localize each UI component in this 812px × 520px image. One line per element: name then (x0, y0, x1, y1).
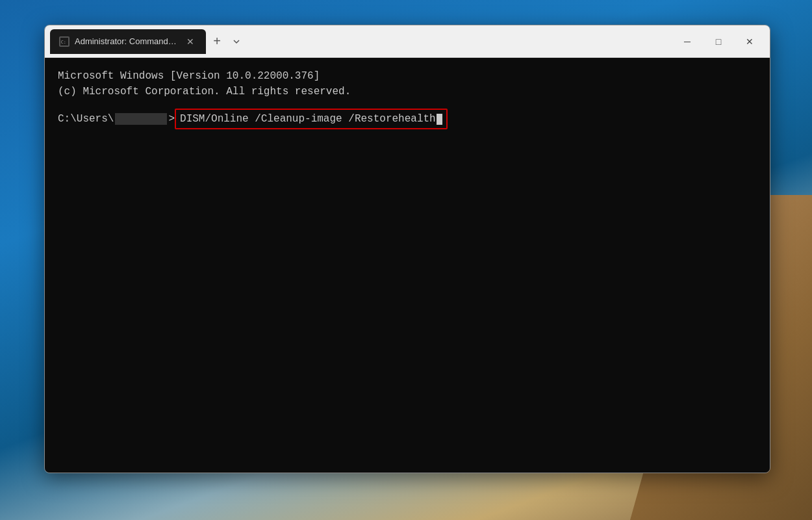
prompt-suffix: > (168, 111, 175, 127)
cursor-block (437, 114, 442, 125)
maximize-button[interactable]: □ (704, 31, 733, 53)
tab-dropdown-button[interactable] (228, 33, 245, 50)
command-text: DISM/Online /Cleanup-image /Restorehealt… (180, 111, 436, 127)
tab-close-button[interactable]: ✕ (184, 36, 197, 47)
terminal-icon: C: (59, 36, 70, 47)
prompt-prefix: C:\Users\ (58, 111, 114, 127)
close-button[interactable]: ✕ (735, 31, 765, 53)
command-prompt-window: C: Administrator: Command Promp ✕ + ─ □ (44, 25, 770, 473)
tab-label: Administrator: Command Promp (75, 36, 179, 46)
new-tab-button[interactable]: + (207, 32, 227, 51)
terminal-line-1: Microsoft Windows [Version 10.0.22000.37… (58, 68, 757, 84)
command-line: C:\Users\ > DISM/Online /Cleanup-image /… (58, 109, 757, 129)
svg-text:C:: C: (61, 40, 66, 45)
chevron-down-icon (232, 37, 241, 46)
active-tab[interactable]: C: Administrator: Command Promp ✕ (50, 29, 206, 54)
redacted-username (115, 113, 167, 125)
title-bar: C: Administrator: Command Promp ✕ + ─ □ (45, 25, 770, 58)
command-highlight: DISM/Online /Cleanup-image /Restorehealt… (175, 109, 448, 129)
window-controls: ─ □ ✕ (672, 31, 765, 53)
minimize-button[interactable]: ─ (672, 31, 702, 53)
tab-area: C: Administrator: Command Promp ✕ + (50, 25, 670, 57)
terminal-body: Microsoft Windows [Version 10.0.22000.37… (45, 58, 770, 473)
terminal-line-2: (c) Microsoft Corporation. All rights re… (58, 84, 757, 99)
